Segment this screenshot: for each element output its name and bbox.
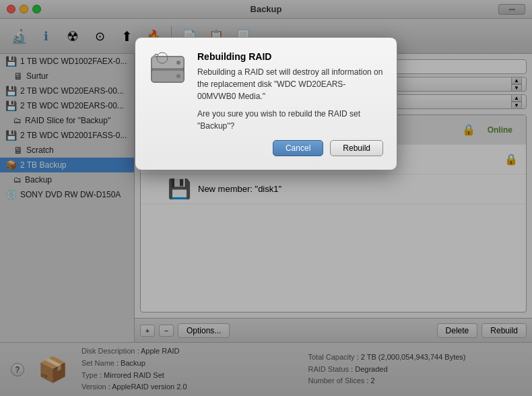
- modal-header: Rebuilding RAID Rebuilding a RAID set wi…: [149, 51, 383, 132]
- svg-point-3: [176, 61, 180, 65]
- svg-point-6: [153, 55, 156, 58]
- modal-body1: Rebuilding a RAID set will destroy all i…: [197, 66, 383, 102]
- rebuild-button[interactable]: Rebuild: [330, 140, 383, 156]
- modal-disk-icon: [149, 51, 187, 97]
- cancel-button[interactable]: Cancel: [273, 140, 323, 156]
- modal-buttons: Cancel Rebuild: [149, 140, 383, 156]
- modal-text: Rebuilding RAID Rebuilding a RAID set wi…: [197, 51, 383, 132]
- modal-title: Rebuilding RAID: [197, 51, 383, 62]
- modal-body2: Are you sure you wish to rebuild the RAI…: [197, 108, 383, 132]
- modal-overlay: Rebuilding RAID Rebuilding a RAID set wi…: [0, 0, 532, 396]
- rebuild-modal: Rebuilding RAID Rebuilding a RAID set wi…: [135, 37, 397, 170]
- svg-point-4: [176, 74, 180, 78]
